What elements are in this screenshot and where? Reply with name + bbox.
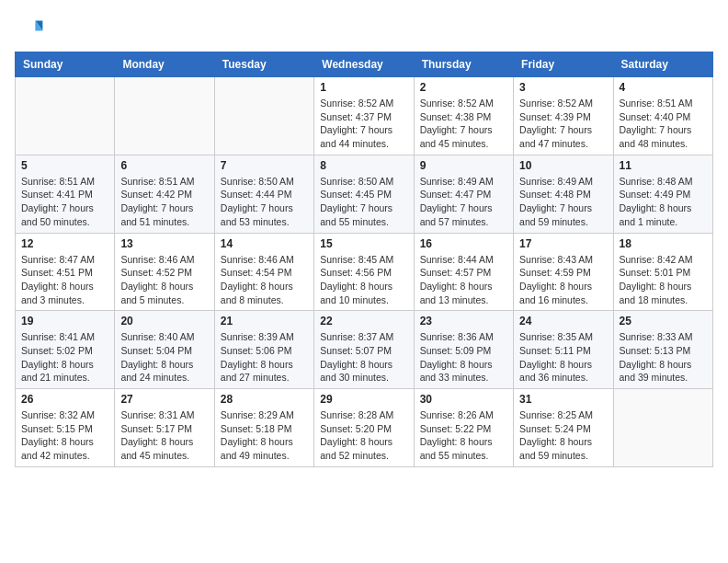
calendar-cell: 16Sunrise: 8:44 AMSunset: 4:57 PMDayligh… bbox=[414, 233, 513, 311]
day-info: Sunrise: 8:47 AMSunset: 4:51 PMDaylight:… bbox=[21, 253, 108, 307]
day-number: 21 bbox=[221, 315, 308, 327]
day-info: Sunrise: 8:52 AMSunset: 4:39 PMDaylight:… bbox=[519, 97, 607, 151]
day-info: Sunrise: 8:51 AMSunset: 4:41 PMDaylight:… bbox=[21, 175, 108, 229]
day-info: Sunrise: 8:31 AMSunset: 5:17 PMDaylight:… bbox=[120, 408, 208, 463]
day-number: 13 bbox=[120, 237, 208, 250]
day-number: 7 bbox=[221, 159, 308, 172]
page-header bbox=[15, 15, 713, 44]
day-info: Sunrise: 8:41 AMSunset: 5:02 PMDaylight:… bbox=[21, 330, 108, 385]
calendar-cell: 14Sunrise: 8:46 AMSunset: 4:54 PMDayligh… bbox=[214, 233, 313, 311]
day-number: 27 bbox=[120, 393, 208, 406]
calendar-cell: 9Sunrise: 8:49 AMSunset: 4:47 PMDaylight… bbox=[414, 155, 513, 233]
column-header-friday: Friday bbox=[514, 52, 613, 77]
day-info: Sunrise: 8:39 AMSunset: 5:06 PMDaylight:… bbox=[221, 330, 308, 385]
day-info: Sunrise: 8:48 AMSunset: 4:49 PMDaylight:… bbox=[620, 175, 707, 229]
day-number: 20 bbox=[120, 315, 208, 327]
day-info: Sunrise: 8:44 AMSunset: 4:57 PMDaylight:… bbox=[420, 253, 507, 307]
column-header-thursday: Thursday bbox=[414, 52, 513, 77]
day-number: 3 bbox=[519, 81, 607, 94]
day-number: 30 bbox=[420, 393, 507, 406]
calendar-cell: 21Sunrise: 8:39 AMSunset: 5:06 PMDayligh… bbox=[214, 311, 313, 389]
day-number: 31 bbox=[519, 393, 607, 406]
day-info: Sunrise: 8:45 AMSunset: 4:56 PMDaylight:… bbox=[320, 253, 407, 307]
day-info: Sunrise: 8:52 AMSunset: 4:37 PMDaylight:… bbox=[320, 97, 407, 151]
day-number: 14 bbox=[221, 237, 308, 250]
calendar-cell: 15Sunrise: 8:45 AMSunset: 4:56 PMDayligh… bbox=[314, 233, 414, 311]
day-number: 12 bbox=[21, 237, 108, 250]
day-info: Sunrise: 8:43 AMSunset: 4:59 PMDaylight:… bbox=[519, 253, 607, 307]
day-number: 23 bbox=[420, 315, 507, 327]
calendar-cell: 8Sunrise: 8:50 AMSunset: 4:45 PMDaylight… bbox=[314, 155, 414, 233]
day-number: 11 bbox=[620, 159, 707, 172]
calendar-week-row: 5Sunrise: 8:51 AMSunset: 4:41 PMDaylight… bbox=[16, 155, 713, 233]
calendar-cell: 6Sunrise: 8:51 AMSunset: 4:42 PMDaylight… bbox=[115, 155, 214, 233]
column-header-sunday: Sunday bbox=[16, 52, 115, 77]
day-number: 6 bbox=[120, 159, 208, 172]
logo-icon bbox=[15, 15, 44, 44]
day-number: 18 bbox=[620, 237, 707, 250]
day-info: Sunrise: 8:33 AMSunset: 5:13 PMDaylight:… bbox=[620, 330, 707, 385]
day-info: Sunrise: 8:28 AMSunset: 5:20 PMDaylight:… bbox=[320, 408, 407, 463]
calendar-cell: 20Sunrise: 8:40 AMSunset: 5:04 PMDayligh… bbox=[115, 311, 214, 389]
calendar-cell: 18Sunrise: 8:42 AMSunset: 5:01 PMDayligh… bbox=[613, 233, 712, 311]
day-info: Sunrise: 8:26 AMSunset: 5:22 PMDaylight:… bbox=[420, 408, 507, 463]
calendar-cell: 27Sunrise: 8:31 AMSunset: 5:17 PMDayligh… bbox=[115, 389, 214, 467]
day-info: Sunrise: 8:42 AMSunset: 5:01 PMDaylight:… bbox=[620, 253, 707, 307]
calendar-cell: 1Sunrise: 8:52 AMSunset: 4:37 PMDaylight… bbox=[314, 77, 414, 155]
day-info: Sunrise: 8:32 AMSunset: 5:15 PMDaylight:… bbox=[21, 408, 108, 463]
day-info: Sunrise: 8:25 AMSunset: 5:24 PMDaylight:… bbox=[519, 408, 607, 463]
day-info: Sunrise: 8:46 AMSunset: 4:54 PMDaylight:… bbox=[221, 253, 308, 307]
calendar-week-row: 19Sunrise: 8:41 AMSunset: 5:02 PMDayligh… bbox=[16, 311, 713, 389]
day-number: 19 bbox=[21, 315, 108, 327]
day-number: 9 bbox=[420, 159, 507, 172]
day-number: 15 bbox=[320, 237, 407, 250]
calendar-cell: 31Sunrise: 8:25 AMSunset: 5:24 PMDayligh… bbox=[514, 389, 613, 467]
calendar-cell: 30Sunrise: 8:26 AMSunset: 5:22 PMDayligh… bbox=[414, 389, 513, 467]
calendar-cell: 25Sunrise: 8:33 AMSunset: 5:13 PMDayligh… bbox=[613, 311, 712, 389]
calendar-cell: 17Sunrise: 8:43 AMSunset: 4:59 PMDayligh… bbox=[514, 233, 613, 311]
day-number: 17 bbox=[519, 237, 607, 250]
calendar-cell: 19Sunrise: 8:41 AMSunset: 5:02 PMDayligh… bbox=[16, 311, 115, 389]
calendar-cell bbox=[115, 77, 214, 155]
calendar-cell: 10Sunrise: 8:49 AMSunset: 4:48 PMDayligh… bbox=[514, 155, 613, 233]
calendar-cell: 5Sunrise: 8:51 AMSunset: 4:41 PMDaylight… bbox=[16, 155, 115, 233]
calendar-cell: 23Sunrise: 8:36 AMSunset: 5:09 PMDayligh… bbox=[414, 311, 513, 389]
calendar-cell: 26Sunrise: 8:32 AMSunset: 5:15 PMDayligh… bbox=[16, 389, 115, 467]
calendar-cell: 11Sunrise: 8:48 AMSunset: 4:49 PMDayligh… bbox=[613, 155, 712, 233]
day-info: Sunrise: 8:51 AMSunset: 4:42 PMDaylight:… bbox=[120, 175, 208, 229]
calendar-cell: 24Sunrise: 8:35 AMSunset: 5:11 PMDayligh… bbox=[514, 311, 613, 389]
calendar-cell: 4Sunrise: 8:51 AMSunset: 4:40 PMDaylight… bbox=[613, 77, 712, 155]
day-number: 25 bbox=[620, 315, 707, 327]
day-info: Sunrise: 8:49 AMSunset: 4:48 PMDaylight:… bbox=[519, 175, 607, 229]
day-info: Sunrise: 8:35 AMSunset: 5:11 PMDaylight:… bbox=[519, 330, 607, 385]
column-header-wednesday: Wednesday bbox=[314, 52, 414, 77]
calendar-week-row: 1Sunrise: 8:52 AMSunset: 4:37 PMDaylight… bbox=[16, 77, 713, 155]
calendar-cell bbox=[214, 77, 313, 155]
calendar-cell: 12Sunrise: 8:47 AMSunset: 4:51 PMDayligh… bbox=[16, 233, 115, 311]
calendar-header-row: SundayMondayTuesdayWednesdayThursdayFrid… bbox=[16, 52, 713, 77]
day-info: Sunrise: 8:50 AMSunset: 4:44 PMDaylight:… bbox=[221, 175, 308, 229]
day-number: 1 bbox=[320, 81, 407, 94]
calendar-table: SundayMondayTuesdayWednesdayThursdayFrid… bbox=[15, 52, 713, 467]
day-info: Sunrise: 8:52 AMSunset: 4:38 PMDaylight:… bbox=[420, 97, 507, 151]
calendar-cell: 22Sunrise: 8:37 AMSunset: 5:07 PMDayligh… bbox=[314, 311, 414, 389]
calendar-cell: 29Sunrise: 8:28 AMSunset: 5:20 PMDayligh… bbox=[314, 389, 414, 467]
day-info: Sunrise: 8:46 AMSunset: 4:52 PMDaylight:… bbox=[120, 253, 208, 307]
day-number: 26 bbox=[21, 393, 108, 406]
day-info: Sunrise: 8:49 AMSunset: 4:47 PMDaylight:… bbox=[420, 175, 507, 229]
calendar-cell: 3Sunrise: 8:52 AMSunset: 4:39 PMDaylight… bbox=[514, 77, 613, 155]
column-header-tuesday: Tuesday bbox=[214, 52, 313, 77]
day-number: 2 bbox=[420, 81, 507, 94]
calendar-cell: 7Sunrise: 8:50 AMSunset: 4:44 PMDaylight… bbox=[214, 155, 313, 233]
column-header-monday: Monday bbox=[115, 52, 214, 77]
day-number: 16 bbox=[420, 237, 507, 250]
day-info: Sunrise: 8:37 AMSunset: 5:07 PMDaylight:… bbox=[320, 330, 407, 385]
day-number: 28 bbox=[221, 393, 308, 406]
calendar-cell bbox=[613, 389, 712, 467]
calendar-week-row: 26Sunrise: 8:32 AMSunset: 5:15 PMDayligh… bbox=[16, 389, 713, 467]
day-info: Sunrise: 8:29 AMSunset: 5:18 PMDaylight:… bbox=[221, 408, 308, 463]
day-number: 4 bbox=[620, 81, 707, 94]
calendar-cell: 28Sunrise: 8:29 AMSunset: 5:18 PMDayligh… bbox=[214, 389, 313, 467]
day-number: 24 bbox=[519, 315, 607, 327]
calendar-week-row: 12Sunrise: 8:47 AMSunset: 4:51 PMDayligh… bbox=[16, 233, 713, 311]
